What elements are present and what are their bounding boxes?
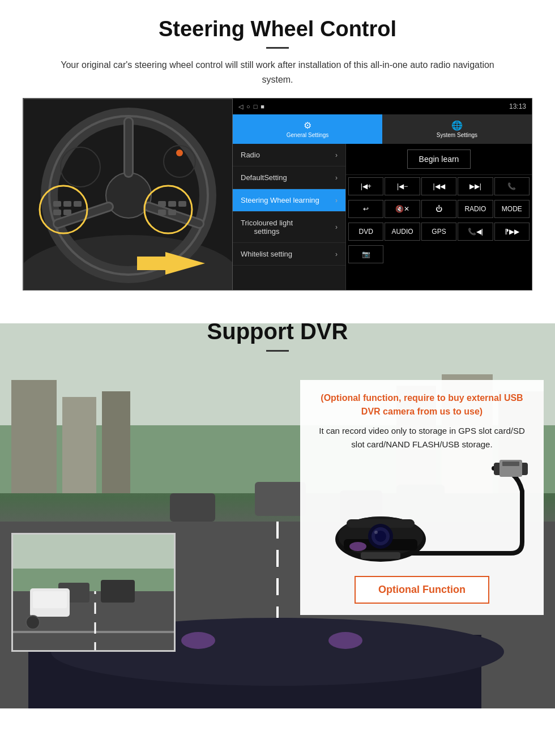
chevron-icon: › [335, 250, 338, 258]
svg-rect-69 [13, 631, 176, 633]
android-menu: Radio › DefaultSetting › Steering Wheel … [233, 144, 346, 290]
android-ui-panel: ◁ ○ □ ■ 13:13 ⚙ General Settings 🌐 Syste… [233, 99, 532, 290]
ctrl-mute[interactable]: 🔇✕ [385, 200, 420, 218]
steering-subtitle: Your original car's steering wheel contr… [45, 58, 510, 87]
dvr-description: It can record video only to storage in G… [313, 424, 531, 451]
topbar-nav-icons: ◁ ○ □ ■ [238, 103, 264, 110]
begin-learn-button[interactable]: Begin learn [407, 150, 471, 169]
svg-rect-14 [63, 201, 71, 207]
svg-rect-18 [158, 201, 166, 207]
android-content: Radio › DefaultSetting › Steering Wheel … [233, 144, 532, 290]
menu-item-whitelist[interactable]: Whitelist setting › [233, 243, 345, 266]
optional-function-button[interactable]: Optional Function [355, 576, 489, 604]
steering-bg [24, 99, 232, 291]
android-tabs: ⚙ General Settings 🌐 System Settings [233, 114, 532, 144]
demo-panel: ◁ ○ □ ■ 13:13 ⚙ General Settings 🌐 Syste… [23, 98, 532, 291]
dvr-optional-title: (Optional function, require to buy exter… [313, 391, 531, 418]
dvr-camera-illustration [313, 457, 531, 570]
ctrl-dvd[interactable]: DVD [348, 223, 383, 241]
menu-radio-label: Radio [241, 151, 260, 159]
android-right-panel: Begin learn |◀+ |◀− |◀◀ ▶▶| 📞 ↩ 🔇✕ ⏻ [346, 144, 532, 290]
dvr-title: Support DVR [0, 302, 555, 344]
steering-wheel-image [23, 99, 233, 291]
svg-rect-20 [178, 201, 186, 207]
tab-system-label: System Settings [437, 132, 477, 138]
menu-item-defaultsetting[interactable]: DefaultSetting › [233, 166, 345, 189]
menu-item-tricoloured[interactable]: Tricoloured lightsettings › [233, 212, 345, 243]
ctrl-vol-up[interactable]: |◀+ [348, 177, 383, 195]
recents-icon[interactable]: □ [254, 103, 258, 110]
svg-rect-24 [137, 257, 166, 270]
svg-rect-48 [502, 462, 519, 466]
svg-rect-22 [168, 210, 176, 215]
ctrl-phone[interactable]: 📞 [494, 177, 530, 195]
chevron-icon: › [335, 197, 338, 204]
tab-general-label: General Settings [287, 132, 329, 138]
dvr-thumbnail-overlay [11, 533, 176, 652]
svg-point-58 [349, 542, 366, 551]
svg-rect-21 [158, 210, 166, 215]
app-icon[interactable]: ■ [261, 103, 264, 110]
ctrl-phone-prev[interactable]: 📞◀| [458, 223, 493, 241]
menu-tricoloured-label: Tricoloured lightsettings [241, 219, 293, 236]
ctrl-mode[interactable]: MODE [494, 200, 530, 218]
control-grid-row1: |◀+ |◀− |◀◀ ▶▶| 📞 [346, 175, 532, 198]
steering-title: Steering Wheel Control [23, 17, 532, 41]
menu-item-radio[interactable]: Radio › [233, 144, 345, 166]
svg-point-27 [176, 150, 183, 156]
control-grid-row2: ↩ 🔇✕ ⏻ RADIO MODE [346, 198, 532, 220]
system-icon: 🌐 [451, 120, 463, 131]
svg-rect-30 [11, 380, 57, 493]
android-topbar: ◁ ○ □ ■ 13:13 [233, 99, 532, 114]
dvr-background: (Optional function, require to buy exter… [0, 323, 555, 708]
svg-rect-15 [74, 201, 82, 207]
chevron-icon: › [335, 174, 338, 182]
ctrl-audio[interactable]: AUDIO [385, 223, 420, 241]
chevron-icon: › [335, 223, 338, 231]
thumb-road-scene [13, 535, 174, 650]
svg-rect-19 [168, 201, 176, 207]
ctrl-next[interactable]: ▶▶| [458, 177, 493, 195]
ctrl-power[interactable]: ⏻ [421, 200, 456, 218]
settings-icon: ⚙ [304, 120, 311, 131]
ctrl-prev[interactable]: |◀◀ [421, 177, 456, 195]
dvr-info-box: (Optional function, require to buy exter… [300, 380, 544, 615]
menu-item-steering-wheel[interactable]: Steering Wheel learning › [233, 189, 345, 212]
ctrl-gps[interactable]: GPS [421, 223, 456, 241]
svg-rect-38 [170, 493, 215, 522]
svg-rect-16 [53, 210, 61, 215]
ctrl-hangup[interactable]: ↩ [348, 200, 383, 218]
home-icon[interactable]: ○ [246, 103, 250, 110]
begin-learn-row: Begin learn [346, 144, 532, 175]
svg-rect-67 [33, 591, 67, 608]
steering-divider [266, 47, 289, 49]
tab-general-settings[interactable]: ⚙ General Settings [233, 114, 382, 144]
svg-point-68 [26, 616, 40, 629]
back-icon[interactable]: ◁ [238, 103, 243, 110]
svg-rect-13 [53, 201, 61, 207]
control-grid-row4: 📷 [346, 243, 532, 266]
svg-rect-32 [102, 391, 130, 493]
chevron-icon: › [335, 151, 338, 159]
tab-system-settings[interactable]: 🌐 System Settings [382, 114, 532, 144]
svg-rect-39 [255, 482, 306, 516]
ctrl-camera[interactable]: 📷 [348, 245, 383, 263]
menu-default-label: DefaultSetting [241, 173, 287, 182]
steering-section: Steering Wheel Control Your original car… [0, 0, 555, 302]
svg-rect-17 [63, 210, 71, 215]
svg-rect-31 [62, 397, 96, 493]
topbar-time: 13:13 [509, 102, 526, 110]
ctrl-next-next[interactable]: ⁋▶▶ [494, 223, 530, 241]
control-grid-row3: DVD AUDIO GPS 📞◀| ⁋▶▶ [346, 220, 532, 243]
dvr-divider [266, 350, 289, 352]
dvr-section: Support DVR [0, 302, 555, 708]
svg-point-56 [374, 531, 378, 534]
svg-rect-65 [101, 580, 135, 603]
ctrl-vol-down[interactable]: |◀− [385, 177, 420, 195]
svg-point-45 [328, 632, 362, 649]
menu-whitelist-label: Whitelist setting [241, 250, 292, 258]
svg-point-44 [181, 632, 215, 649]
ctrl-radio[interactable]: RADIO [458, 200, 493, 218]
menu-steering-label: Steering Wheel learning [241, 196, 319, 204]
svg-rect-57 [361, 552, 400, 559]
